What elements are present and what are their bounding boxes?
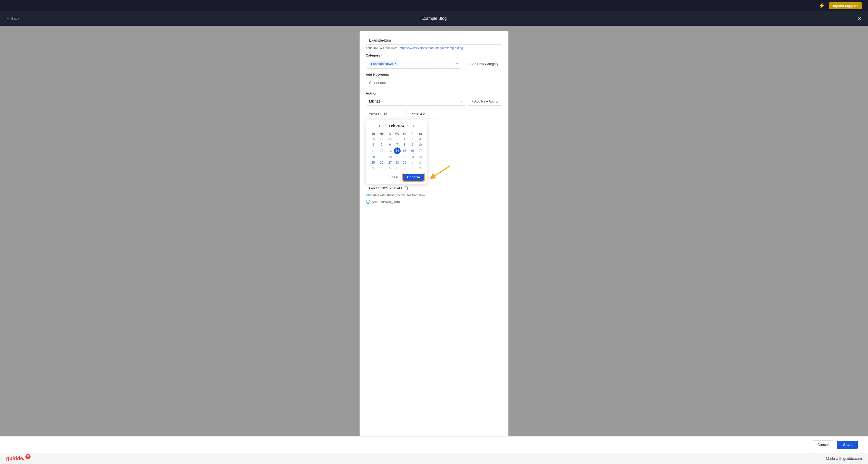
time-input[interactable] bbox=[409, 110, 437, 118]
calendar-day[interactable]: 17 bbox=[416, 147, 424, 154]
calendar-day[interactable]: 30 bbox=[386, 136, 394, 142]
calendar-day[interactable]: 19 bbox=[377, 154, 386, 160]
url-hint: Your URL will look like: - https://www.e… bbox=[366, 46, 502, 50]
close-button[interactable]: ✕ bbox=[858, 16, 862, 22]
calendar-nav: « ‹ Feb 2024 › » bbox=[369, 123, 424, 128]
calendar-day[interactable]: 9 bbox=[416, 166, 424, 171]
day-header-su: Su bbox=[369, 131, 377, 136]
calendar-day[interactable]: 28 bbox=[369, 136, 377, 142]
calendar-day[interactable]: 1 bbox=[401, 136, 408, 142]
calendar-day[interactable]: 21 bbox=[394, 154, 401, 160]
form-container: Example-blog Your URL will look like: - … bbox=[360, 31, 508, 443]
calendar-day[interactable]: 13 bbox=[386, 147, 394, 154]
lightning-icon: ⚡ bbox=[818, 3, 825, 9]
prev-month-button[interactable]: ‹ bbox=[383, 123, 387, 128]
cancel-button[interactable]: Cancel bbox=[812, 440, 834, 449]
scheduled-checkbox[interactable] bbox=[404, 186, 408, 190]
day-header-fr: Fr bbox=[408, 131, 416, 136]
remove-category-icon[interactable]: × bbox=[395, 62, 397, 66]
made-with-label: Made with guidde.com bbox=[826, 457, 862, 461]
calendar-day[interactable]: 8 bbox=[408, 166, 416, 171]
day-header-th: Th bbox=[401, 131, 408, 136]
day-header-tu: Tu bbox=[386, 131, 394, 136]
category-row: Location News × ▾ + Add New Category bbox=[366, 59, 502, 68]
keywords-input[interactable] bbox=[366, 78, 502, 87]
day-header-mo: Mo bbox=[377, 131, 386, 136]
top-bar: ⚡ topline Support bbox=[0, 0, 868, 11]
calendar-day[interactable]: 8 bbox=[401, 142, 408, 147]
page-title: Example Blog bbox=[422, 16, 447, 21]
calendar-day[interactable]: 28 bbox=[394, 160, 401, 166]
url-input[interactable]: Example-blog bbox=[366, 36, 502, 45]
scheduled-date-display: Feb 14, 2024 9:36 AM bbox=[366, 184, 411, 193]
calendar-day[interactable]: 6 bbox=[394, 166, 401, 171]
calendar-day[interactable]: 6 bbox=[386, 142, 394, 147]
calendar-day[interactable]: 7 bbox=[401, 166, 408, 171]
prev-year-button[interactable]: « bbox=[378, 123, 382, 128]
clear-button[interactable]: Clear bbox=[388, 174, 401, 181]
calendar-day[interactable]: 10 bbox=[416, 142, 424, 147]
calendar-day[interactable]: 4 bbox=[377, 166, 386, 171]
globe-icon: 🌐 bbox=[366, 200, 370, 204]
datepicker-inputs bbox=[366, 110, 502, 118]
nav-bar: ← Back Example Blog ✕ bbox=[0, 11, 868, 26]
save-button[interactable]: Save bbox=[837, 441, 858, 449]
timezone-value: America/New_York bbox=[372, 200, 400, 204]
url-link[interactable]: https://www.example.com/blog/b/example-b… bbox=[400, 46, 463, 50]
notification-badge: 57 bbox=[25, 454, 31, 459]
arrow-annotation bbox=[427, 163, 453, 181]
calendar-day[interactable]: 2 bbox=[408, 136, 416, 142]
next-month-button[interactable]: › bbox=[406, 123, 410, 128]
calendar-day[interactable]: 27 bbox=[386, 160, 394, 166]
next-year-button[interactable]: » bbox=[412, 123, 415, 128]
author-select[interactable]: Michael ▾ bbox=[366, 97, 465, 106]
calendar-day[interactable]: 14 bbox=[394, 147, 401, 154]
calendar-day[interactable]: 18 bbox=[369, 154, 377, 160]
calendar-month-year: Feb 2024 bbox=[389, 124, 404, 128]
calendar-day[interactable]: 31 bbox=[394, 136, 401, 142]
calendar-day[interactable]: 29 bbox=[401, 160, 408, 166]
author-row: Michael ▾ + Add New Author bbox=[366, 97, 502, 106]
calendar-day[interactable]: 3 bbox=[416, 136, 424, 142]
keywords-label: Add Keywords bbox=[366, 73, 502, 77]
category-tag: Location News × bbox=[369, 61, 399, 66]
calendar-day[interactable]: 3 bbox=[369, 166, 377, 171]
support-button[interactable]: topline Support bbox=[829, 2, 862, 9]
calendar-day[interactable]: 15 bbox=[401, 147, 408, 154]
chevron-down-icon: ▾ bbox=[456, 62, 458, 65]
calendar-day[interactable]: 20 bbox=[386, 154, 394, 160]
calendar-day[interactable]: 12 bbox=[377, 147, 386, 154]
calendar-day[interactable]: 25 bbox=[369, 160, 377, 166]
calendar-footer: Clear Confirm bbox=[369, 174, 424, 181]
calendar-day[interactable]: 4 bbox=[369, 142, 377, 147]
calendar-grid: Su Mo Tu We Th Fr Sa 2829303112345678910… bbox=[369, 131, 424, 171]
day-header-we: We bbox=[394, 131, 401, 136]
main-content: Example-blog Your URL will look like: - … bbox=[0, 26, 868, 464]
add-author-button[interactable]: + Add New Author bbox=[468, 97, 502, 106]
calendar-day[interactable]: 1 bbox=[408, 160, 416, 166]
calendar-day[interactable]: 29 bbox=[377, 136, 386, 142]
date-input[interactable] bbox=[366, 110, 407, 118]
calendar-day[interactable]: 23 bbox=[408, 154, 416, 160]
calendar-popup: « ‹ Feb 2024 › » Su Mo Tu We Th Fr Sa bbox=[366, 120, 427, 184]
calendar-day[interactable]: 11 bbox=[369, 147, 377, 154]
calendar-day[interactable]: 24 bbox=[416, 154, 424, 160]
author-label: Author bbox=[366, 91, 502, 95]
required-star: * bbox=[381, 53, 382, 57]
calendar-day[interactable]: 5 bbox=[377, 142, 386, 147]
calendar-day[interactable]: 26 bbox=[377, 160, 386, 166]
category-label: Category * bbox=[366, 53, 502, 57]
calendar-day[interactable]: 2 bbox=[416, 160, 424, 166]
add-category-button[interactable]: + Add New Category bbox=[464, 60, 502, 68]
calendar-day[interactable]: 7 bbox=[394, 142, 401, 147]
day-header-sa: Sa bbox=[416, 131, 424, 136]
scheduled-date-row: Feb 14, 2024 9:36 AM bbox=[366, 184, 502, 193]
confirm-button[interactable]: Confirm bbox=[403, 174, 424, 181]
calendar-day[interactable]: 16 bbox=[408, 147, 416, 154]
calendar-day[interactable]: 9 bbox=[408, 142, 416, 147]
category-select[interactable]: Location News × ▾ bbox=[366, 59, 461, 68]
bottom-bar: Cancel Save bbox=[0, 436, 868, 453]
back-button[interactable]: ← Back bbox=[6, 17, 19, 21]
calendar-day[interactable]: 22 bbox=[401, 154, 408, 160]
calendar-day[interactable]: 5 bbox=[386, 166, 394, 171]
